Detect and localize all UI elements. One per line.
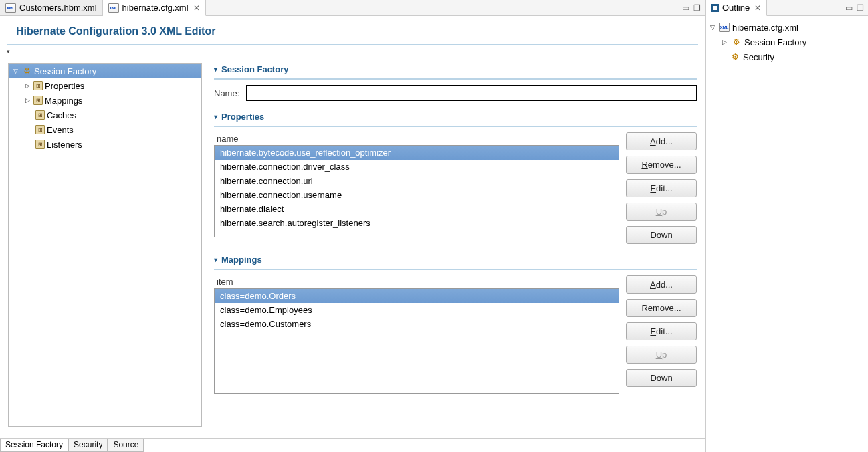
editor-bottom-tabs: Session Factory Security Source xyxy=(0,438,705,452)
expand-icon[interactable]: ▽ xyxy=(708,24,716,31)
list-item[interactable]: hibernate.connection.url xyxy=(215,174,619,188)
close-icon[interactable]: ✕ xyxy=(193,3,200,13)
section-title: Mappings xyxy=(221,255,262,265)
outline-root[interactable]: ▽ XML hibernate.cfg.xml xyxy=(708,20,865,35)
column-header: name xyxy=(214,132,619,145)
expand-icon[interactable]: ▷ xyxy=(23,97,31,104)
xml-file-icon: XML xyxy=(719,23,730,32)
remove-button[interactable]: Remove... xyxy=(626,156,697,174)
list-item[interactable]: hibernate.search.autoregister_listeners xyxy=(215,216,619,230)
list-item[interactable]: hibernate.dialect xyxy=(215,202,619,216)
grid-icon: ⊞ xyxy=(35,140,45,149)
minimize-icon[interactable]: ▭ xyxy=(845,3,853,13)
tree-label: Events xyxy=(47,125,74,135)
editor-tabbar: XML Customers.hbm.xml XML hibernate.cfg.… xyxy=(0,0,705,16)
collapse-icon[interactable]: ▾ xyxy=(214,113,217,120)
grid-icon: ⊞ xyxy=(35,110,45,120)
outline-icon xyxy=(711,4,719,12)
section-title: Session Factory xyxy=(221,64,288,74)
factory-icon: ⚙ xyxy=(731,37,742,47)
xml-file-icon: XML xyxy=(5,3,16,13)
security-icon: ⚙ xyxy=(730,52,740,62)
add-button[interactable]: Add... xyxy=(626,275,697,294)
grid-icon: ⊞ xyxy=(33,96,43,105)
panel-controls: ▭ ❐ xyxy=(678,0,705,15)
tree-listeners[interactable]: ⊞ Listeners xyxy=(9,137,201,152)
tree-label: Session Factory xyxy=(34,66,96,76)
section-session-factory: ▾ Session Factory Name: xyxy=(214,63,697,101)
list-item[interactable]: hibernate.connection.username xyxy=(215,188,619,202)
maximize-icon[interactable]: ❐ xyxy=(693,3,701,13)
config-tree: ▽ ⚙ Session Factory ▷ ⊞ Properties ▷ ⊞ xyxy=(8,63,202,427)
outline-tabbar: Outline ✕ ▭ ❐ xyxy=(706,0,868,16)
tab-outline[interactable]: Outline ✕ xyxy=(706,0,767,16)
up-button[interactable]: Up xyxy=(626,346,697,364)
outline-session-factory[interactable]: ▷ ⚙ Session Factory xyxy=(708,35,865,49)
maximize-icon[interactable]: ❐ xyxy=(857,3,864,13)
grid-icon: ⊞ xyxy=(35,125,45,134)
tree-mappings[interactable]: ▷ ⊞ Mappings xyxy=(9,93,201,108)
mappings-list[interactable]: class=demo.Orders class=demo.Employees c… xyxy=(214,288,619,394)
tree-properties[interactable]: ▷ ⊞ Properties xyxy=(9,78,201,93)
bottom-tab-security[interactable]: Security xyxy=(68,439,108,452)
edit-button[interactable]: Edit... xyxy=(626,322,697,340)
down-button[interactable]: Down xyxy=(626,369,697,387)
tree-label: Caches xyxy=(47,110,76,120)
properties-list[interactable]: hibernate.bytecode.use_reflection_optimi… xyxy=(214,145,619,237)
tree-session-factory[interactable]: ▽ ⚙ Session Factory xyxy=(9,64,201,78)
list-item[interactable]: hibernate.connection.driver_class xyxy=(215,160,619,174)
list-item[interactable]: class=demo.Employees xyxy=(215,303,619,317)
tab-label: Outline xyxy=(722,3,750,13)
bottom-tab-source[interactable]: Source xyxy=(108,439,144,452)
close-icon[interactable]: ✕ xyxy=(754,3,761,13)
editor-menu-caret[interactable]: ▾ xyxy=(0,45,705,58)
list-item[interactable]: hibernate.bytecode.use_reflection_optimi… xyxy=(215,146,619,160)
xml-file-icon: XML xyxy=(108,3,119,13)
page-title: Hibernate Configuration 3.0 XML Editor xyxy=(7,16,698,45)
section-title: Properties xyxy=(221,112,264,122)
down-button[interactable]: Down xyxy=(626,226,697,244)
factory-icon: ⚙ xyxy=(21,66,32,76)
up-button[interactable]: Up xyxy=(626,203,697,221)
name-input[interactable] xyxy=(246,85,697,101)
tree-label: Properties xyxy=(45,81,84,91)
expand-icon[interactable]: ▷ xyxy=(23,82,31,89)
tree-label: Listeners xyxy=(47,140,82,150)
tree-label: Mappings xyxy=(45,96,82,106)
edit-button[interactable]: Edit... xyxy=(626,179,697,197)
column-header: item xyxy=(214,275,619,288)
outline-label: Session Factory xyxy=(744,37,806,47)
list-item[interactable]: class=demo.Orders xyxy=(215,289,619,303)
expand-icon[interactable]: ▷ xyxy=(720,39,728,45)
collapse-icon[interactable]: ▾ xyxy=(214,66,217,73)
outline-security[interactable]: ⚙ Security xyxy=(708,49,865,64)
tab-label: hibernate.cfg.xml xyxy=(122,3,189,13)
tab-hibernate-cfg[interactable]: XML hibernate.cfg.xml ✕ xyxy=(103,0,206,16)
minimize-icon[interactable]: ▭ xyxy=(682,3,689,13)
outline-label: Security xyxy=(743,52,774,62)
expand-icon[interactable]: ▽ xyxy=(11,68,19,74)
outline-label: hibernate.cfg.xml xyxy=(732,23,798,33)
tree-caches[interactable]: ⊞ Caches xyxy=(9,108,201,122)
remove-button[interactable]: Remove... xyxy=(626,299,697,317)
bottom-tab-session-factory[interactable]: Session Factory xyxy=(0,439,68,452)
add-button[interactable]: Add... xyxy=(626,132,697,150)
panel-controls: ▭ ❐ xyxy=(841,0,868,15)
name-label: Name: xyxy=(214,88,239,98)
tab-customers[interactable]: XML Customers.hbm.xml xyxy=(0,0,103,15)
collapse-icon[interactable]: ▾ xyxy=(214,256,217,263)
section-mappings: ▾ Mappings item class=demo.Orders class=… xyxy=(214,253,697,394)
section-properties: ▾ Properties name hibernate.bytecode.use… xyxy=(214,110,697,244)
grid-icon: ⊞ xyxy=(33,81,43,90)
tab-label: Customers.hbm.xml xyxy=(19,3,97,13)
outline-tree: ▽ XML hibernate.cfg.xml ▷ ⚙ Session Fact… xyxy=(706,16,868,452)
list-item[interactable]: class=demo.Customers xyxy=(215,317,619,331)
tree-events[interactable]: ⊞ Events xyxy=(9,122,201,137)
